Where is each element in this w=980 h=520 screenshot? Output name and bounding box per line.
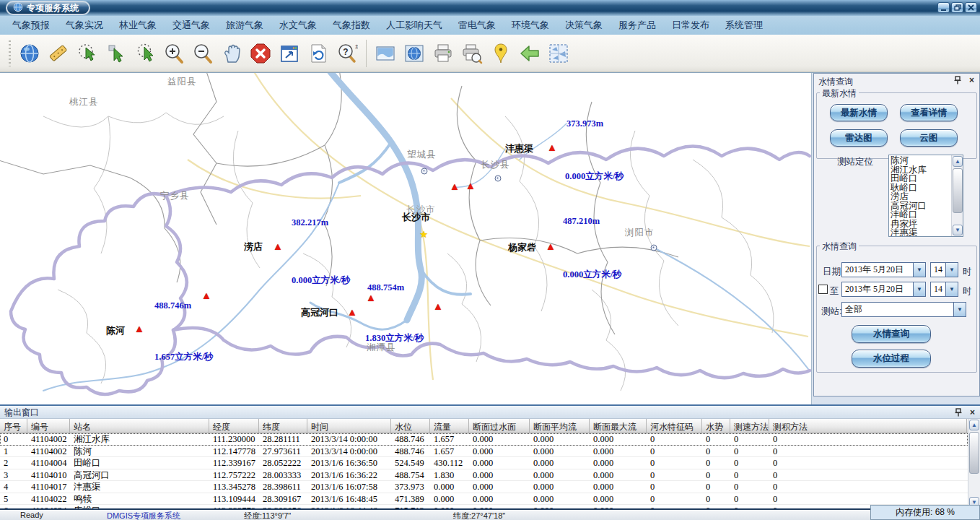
- list-item[interactable]: 涝店: [891, 192, 950, 202]
- station-marker-icon[interactable]: ▲: [347, 306, 357, 318]
- station-marker-icon[interactable]: ▲: [450, 181, 460, 192]
- date-from-combo[interactable]: 2013年 5月20日 ▼: [841, 262, 926, 277]
- close-panel-icon[interactable]: ×: [968, 407, 977, 417]
- pin-icon[interactable]: [953, 75, 962, 84]
- station-marker-icon[interactable]: ▲: [134, 323, 144, 334]
- column-header[interactable]: 序号: [0, 419, 27, 433]
- table-row[interactable]: 541104022鸣犊113.10944428.3091672013/1/6 1…: [0, 493, 968, 506]
- list-item[interactable]: 田峪口: [891, 174, 950, 183]
- table-row[interactable]: 641104024库峪口113.33277828.3930562013/1/6 …: [0, 505, 968, 508]
- list-item[interactable]: 沣惠渠: [891, 228, 950, 237]
- menu-item[interactable]: 气象预报: [4, 17, 58, 33]
- toolbar-grip[interactable]: [9, 40, 11, 66]
- column-header[interactable]: 断面平均流: [530, 419, 590, 433]
- minimize-button[interactable]: [937, 2, 950, 13]
- table-scrollbar[interactable]: ▲ ▼: [968, 419, 980, 508]
- column-header[interactable]: 流量: [430, 419, 469, 433]
- chevron-down-icon[interactable]: ▼: [913, 263, 925, 277]
- menu-item[interactable]: 服务产品: [611, 17, 664, 33]
- zoom-out-icon[interactable]: [188, 39, 217, 68]
- scroll-up-icon[interactable]: ▲: [969, 420, 979, 430]
- station-marker-icon[interactable]: ▲: [546, 240, 556, 252]
- column-header[interactable]: 水位: [391, 419, 430, 433]
- chevron-down-icon[interactable]: ▼: [945, 263, 958, 277]
- hour-to-combo[interactable]: 14 ▼: [930, 282, 958, 297]
- menu-item[interactable]: 雷电气象: [450, 17, 504, 33]
- column-header[interactable]: 编号: [27, 419, 70, 433]
- column-header[interactable]: 纬度: [259, 419, 307, 433]
- menu-item[interactable]: 决策气象: [557, 17, 611, 33]
- zoom-in-icon[interactable]: [159, 39, 188, 68]
- print-preview-icon[interactable]: [458, 39, 486, 68]
- column-header[interactable]: 水势: [702, 419, 730, 433]
- table-row[interactable]: 141104002陈河112.14777827.9736112013/3/14 …: [0, 446, 968, 458]
- world-image-icon[interactable]: [400, 39, 429, 68]
- hour-from-combo[interactable]: 14 ▼: [930, 262, 958, 277]
- menu-item[interactable]: 交通气象: [165, 17, 218, 33]
- column-header[interactable]: 经度: [209, 419, 259, 433]
- measure-icon[interactable]: [44, 39, 73, 68]
- select-area-icon[interactable]: [73, 39, 102, 68]
- cloud-image-button[interactable]: 云图: [900, 129, 958, 147]
- station-marker-icon[interactable]: ▲: [273, 240, 283, 252]
- select-icon[interactable]: [102, 39, 131, 68]
- view-details-button[interactable]: 查看详情: [900, 104, 958, 121]
- menu-item[interactable]: 日常发布: [664, 17, 717, 33]
- water-query-button[interactable]: 水情查询: [852, 325, 931, 343]
- placemark-icon[interactable]: [486, 39, 515, 68]
- refresh-icon[interactable]: [304, 39, 333, 68]
- menu-item[interactable]: 林业气象: [111, 17, 165, 33]
- chevron-down-icon[interactable]: ▼: [945, 282, 958, 296]
- scroll-thumb[interactable]: [969, 432, 979, 474]
- menu-item[interactable]: 旅游气象: [218, 17, 271, 33]
- map-grid-icon[interactable]: [544, 39, 573, 68]
- globe-icon[interactable]: [15, 39, 44, 68]
- print-icon[interactable]: [429, 39, 458, 68]
- station-marker-icon[interactable]: ▲: [433, 300, 443, 312]
- station-locator-listbox[interactable]: 陈河湘江水库田峪口耿峪口涝店高冠河口沣峪口冉家坪沣惠渠 ▲ ▼: [888, 155, 963, 237]
- column-header[interactable]: 断面最大流: [590, 419, 647, 433]
- to-date-checkbox[interactable]: [818, 285, 828, 294]
- select-dotted-icon[interactable]: [131, 39, 159, 68]
- water-level-process-button[interactable]: 水位过程: [852, 350, 931, 368]
- map-canvas[interactable]: 益阳县桃江县宁乡县望城县长沙县浏阳市湘潭县长沙市373.973m0.000立方米…: [0, 73, 812, 405]
- column-header[interactable]: 测积方法: [769, 419, 967, 433]
- menu-item[interactable]: 气象指数: [325, 17, 378, 33]
- image-icon[interactable]: [371, 39, 400, 68]
- scroll-down-icon[interactable]: ▼: [953, 225, 963, 235]
- station-marker-icon[interactable]: ▲: [366, 292, 376, 303]
- close-panel-icon[interactable]: ×: [967, 75, 976, 84]
- list-item[interactable]: 陈河: [891, 156, 950, 165]
- station-marker-icon[interactable]: ▲: [547, 142, 557, 153]
- menu-item[interactable]: 气象实况: [58, 17, 111, 33]
- latest-water-button[interactable]: 最新水情: [830, 104, 888, 121]
- column-header[interactable]: 测速方法: [730, 419, 769, 433]
- chevron-down-icon[interactable]: ▼: [913, 282, 925, 296]
- column-header[interactable]: 站名: [70, 419, 209, 433]
- column-header[interactable]: 河水特征码: [647, 419, 702, 433]
- identify-icon[interactable]: ?±: [333, 39, 362, 68]
- column-header[interactable]: 时间: [307, 419, 391, 433]
- pan-icon[interactable]: [217, 39, 246, 68]
- table-row[interactable]: 341104010高冠河口112.75722228.0033332013/1/6…: [0, 469, 968, 482]
- table-row[interactable]: 441104017沣惠渠113.34527828.3986112013/1/6 …: [0, 481, 968, 493]
- list-item[interactable]: 沣峪口: [891, 210, 950, 220]
- scroll-thumb[interactable]: [953, 168, 963, 213]
- back-icon[interactable]: [515, 39, 544, 68]
- restore-button[interactable]: [951, 2, 963, 13]
- station-marker-icon[interactable]: ▲: [201, 290, 211, 301]
- date-to-combo[interactable]: 2013年 5月20日 ▼: [841, 282, 926, 297]
- pin-icon[interactable]: [953, 407, 963, 417]
- listbox-scrollbar[interactable]: ▲ ▼: [951, 155, 963, 236]
- station-marker-icon[interactable]: ▲: [465, 180, 476, 191]
- table-row[interactable]: 041104002湘江水库111.23000028.2811112013/3/1…: [0, 433, 968, 446]
- table-row[interactable]: 241104004田峪口112.33916728.0522222013/1/6 …: [0, 457, 968, 469]
- menu-item[interactable]: 系统管理: [717, 17, 771, 33]
- menu-item[interactable]: 人工影响天气: [378, 17, 450, 33]
- radar-image-button[interactable]: 雷达图: [830, 129, 888, 147]
- stop-icon[interactable]: [246, 39, 275, 68]
- column-header[interactable]: 断面过水面: [469, 419, 530, 433]
- export-window-icon[interactable]: [275, 39, 304, 68]
- chevron-down-icon[interactable]: ▼: [953, 303, 966, 316]
- menu-item[interactable]: 环境气象: [504, 17, 557, 33]
